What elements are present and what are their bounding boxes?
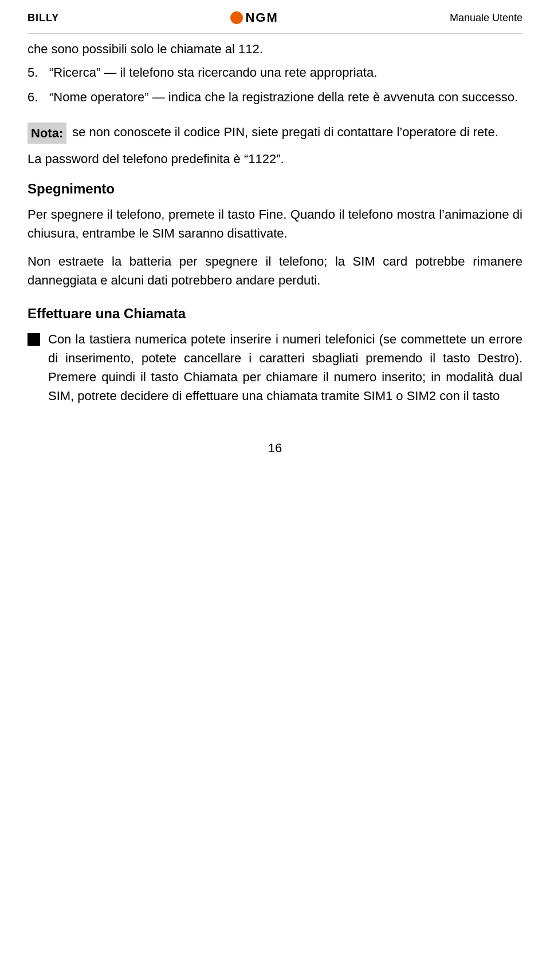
list-number-5: 5. xyxy=(28,63,45,82)
note-label: Nota: xyxy=(28,122,66,144)
section1-para2: Non estraete la batteria per spegnere il… xyxy=(28,252,522,290)
note-block: Nota: se non conoscete il codice PIN, si… xyxy=(28,122,522,144)
brand-name: BILLY xyxy=(28,12,59,24)
password-text: La password del telefono predefinita è “… xyxy=(28,149,522,168)
logo-text: NGM xyxy=(245,10,278,25)
list-number-6: 6. xyxy=(28,88,45,106)
intro-text: che sono possibili solo le chiamate al 1… xyxy=(28,39,522,58)
bullet-text-1: Con la tastiera numerica potete inserire… xyxy=(48,330,522,405)
list-text-5: “Ricerca” — il telefono sta ricercando u… xyxy=(49,63,377,82)
list-item-6: 6. “Nome operatore” — indica che la regi… xyxy=(28,88,522,106)
section1-heading: Spegnimento xyxy=(28,181,522,197)
bullet-item-1: Con la tastiera numerica potete inserire… xyxy=(28,330,522,405)
section2-heading: Effettuare una Chiamata xyxy=(28,306,522,322)
section1-para1: Per spegnere il telefono, premete il tas… xyxy=(28,205,522,243)
note-text: se non conoscete il codice PIN, siete pr… xyxy=(72,122,522,144)
list-text-6: “Nome operatore” — indica che la registr… xyxy=(49,88,518,106)
content-area: che sono possibili solo le chiamate al 1… xyxy=(0,34,550,435)
page-number: 16 xyxy=(0,435,550,467)
bullet-icon xyxy=(28,333,40,346)
header: BILLY NGM Manuale Utente xyxy=(0,0,550,33)
list-item-5: 5. “Ricerca” — il telefono sta ricercand… xyxy=(28,63,522,82)
logo: NGM xyxy=(230,10,278,25)
logo-icon xyxy=(230,11,243,24)
manual-title: Manuale Utente xyxy=(450,12,522,24)
page: BILLY NGM Manuale Utente che sono possib… xyxy=(0,0,550,980)
